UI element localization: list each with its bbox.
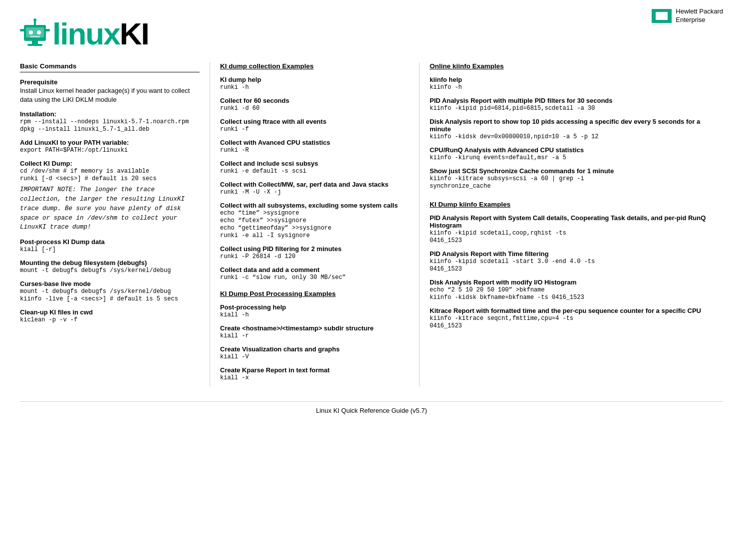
add-comment-code: runki -c “slow run, only 30 MB/sec” <box>220 274 409 281</box>
footer-text: Linux KI Quick Reference Guide (v5.7) <box>316 407 427 414</box>
mount-heading: Mounting the debug filesystem (debugfs) <box>20 259 200 267</box>
cleanup-cmd: kiclean -p -v -f <box>20 316 200 323</box>
disk-io-histogram-heading: Disk Analysis Report with modify I/O His… <box>430 279 723 286</box>
hpe-logo: Hewlett Packard Enterprise <box>652 7 723 24</box>
kiinfo-help-code: kiinfo -h <box>430 84 723 91</box>
curses-cmd2: kiinfo -live [-a <secs>] # default is 5 … <box>20 295 200 302</box>
page-container: Hewlett Packard Enterprise linuxKI <box>0 0 743 560</box>
mount-block: Mounting the debug filesystem (debugfs) … <box>20 259 200 274</box>
ftrace-code: runki -f <box>220 126 409 133</box>
basic-divider <box>20 72 200 72</box>
ki-dump-help-heading: KI dump help <box>220 76 409 83</box>
ki-dump-collection-heading: KI dump collection Examples <box>220 62 409 70</box>
disk-analysis-heading: Disk Analysis report to show top 10 pids… <box>430 118 723 133</box>
left-column: Basic Commands Prerequisite Install Linu… <box>20 62 210 386</box>
svg-rect-10 <box>45 29 50 31</box>
collect-block: Collect KI Dump: cd /dev/shm # if memory… <box>20 160 200 232</box>
path-heading: Add LinuxKI to your PATH variable: <box>20 139 200 146</box>
ki-dump-help-block: KI dump help runki -h <box>220 76 409 91</box>
post-help-block: Post-processing help kiall -h <box>220 303 409 318</box>
cleanup-heading: Clean-up KI files in cwd <box>20 308 200 316</box>
mw-sar-code: runki -M -U -X -j <box>220 189 409 196</box>
curses-block: Curses-base live mode mount -t debugfs d… <box>20 280 200 302</box>
kparse-code: kiall -x <box>220 374 409 381</box>
scsi-subsys-code: runki -e default -s scsi <box>220 168 409 175</box>
ki-dump-post-heading: KI Dump Post Processing Examples <box>220 290 409 297</box>
mw-sar-block: Collect with Collect/MW, sar, perf data … <box>220 181 409 196</box>
all-subsys-block: Collect with all subsystems, excluding s… <box>220 202 409 239</box>
basic-commands-heading: Basic Commands <box>20 62 200 70</box>
svg-rect-6 <box>27 44 42 46</box>
pid-multi-filter-heading: PID Analysis Report with multiple PID fi… <box>430 97 723 104</box>
installation-block: Installation: rpm --install --nodeps lin… <box>20 110 200 133</box>
kitrace-code1: kiinfo -kitrace seqcnt,fmttime,cpu=4 -ts <box>430 315 723 322</box>
content-area: Basic Commands Prerequisite Install Linu… <box>20 62 723 386</box>
disk-io-histogram-code2: kiinfo -kidsk bkfname=bkfname -ts 0416_1… <box>430 294 723 301</box>
pid-syscall-heading: PID Analysis Report with System Call det… <box>430 214 723 229</box>
middle-column: KI dump collection Examples KI dump help… <box>210 62 419 386</box>
svg-rect-4 <box>30 36 40 37</box>
kiinfo-help-block: kiinfo help kiinfo -h <box>430 76 723 91</box>
disk-io-histogram-block: Disk Analysis Report with modify I/O His… <box>430 279 723 301</box>
installation-heading: Installation: <box>20 110 200 118</box>
linuxki-logo-text: linuxKI <box>52 16 149 51</box>
subdir-heading: Create <hostname>/<timestamp> subdir str… <box>220 324 409 332</box>
pid-time-filter-heading: PID Analysis Report with Time filtering <box>430 250 723 258</box>
post-help-code: kiall -h <box>220 311 409 318</box>
scsi-subsys-heading: Collect and include scsi subsys <box>220 160 409 167</box>
footer: Linux KI Quick Reference Guide (v5.7) <box>20 401 723 414</box>
ki-dump-help-code: runki -h <box>220 84 409 91</box>
subdir-block: Create <hostname>/<timestamp> subdir str… <box>220 324 409 339</box>
linuxki-logo: linuxKI <box>20 15 723 52</box>
pid-filter-block: Collect using PID filtering for 2 minute… <box>220 245 409 260</box>
disk-analysis-code: kiinfo -kidsk dev=0x00800010,npid=10 -a … <box>430 133 723 140</box>
post-process-heading: Post-process KI Dump data <box>20 238 200 246</box>
pid-syscall-code1: kiinfo -kipid scdetail,coop,rqhist -ts <box>430 230 723 237</box>
path-block: Add LinuxKI to your PATH variable: expor… <box>20 139 200 154</box>
disk-analysis-block: Disk Analysis report to show top 10 pids… <box>430 118 723 140</box>
scsi-sync-block: Show just SCSI Synchronize Cache command… <box>430 167 723 190</box>
mw-sar-heading: Collect with Collect/MW, sar, perf data … <box>220 181 409 188</box>
visualization-block: Create Visualization charts and graphs k… <box>220 345 409 360</box>
scsi-subsys-block: Collect and include scsi subsys runki -e… <box>220 160 409 175</box>
kparse-block: Create Kparse Report in text format kial… <box>220 366 409 381</box>
visualization-code: kiall -V <box>220 353 409 360</box>
cpu-runq-code: kiinfo -kirunq events=default,msr -a 5 <box>430 154 723 161</box>
install-cmd1: rpm --install --nodeps linuxki-5.7-1.noa… <box>20 118 200 125</box>
advanced-cpu-heading: Collect with Avanced CPU statistics <box>220 139 409 146</box>
right-column: Online kiinfo Examples kiinfo help kiinf… <box>419 62 723 386</box>
prerequisite-heading: Prerequisite <box>20 78 200 86</box>
svg-point-8 <box>33 18 36 21</box>
pid-time-filter-block: PID Analysis Report with Time filtering … <box>430 250 723 273</box>
pid-syscall-block: PID Analysis Report with System Call det… <box>430 214 723 244</box>
pid-time-filter-code2: 0416_1523 <box>430 266 723 273</box>
prerequisite-block: Prerequisite Install Linux kernel header… <box>20 78 200 104</box>
add-comment-heading: Collect data and add a comment <box>220 266 409 274</box>
kitrace-heading: Kitrace Report with formatted time and t… <box>430 307 723 314</box>
scsi-sync-code1: kiinfo -kitrace subsys=scsi -a 60 | grep… <box>430 175 723 182</box>
kitrace-code2: 0416_1523 <box>430 322 723 329</box>
collect-cmd2: runki [-d <secs>] # default is 20 secs <box>20 175 200 182</box>
advanced-cpu-code: runki -R <box>220 147 409 154</box>
pid-multi-filter-block: PID Analysis Report with multiple PID fi… <box>430 97 723 112</box>
collect-cmd1: cd /dev/shm # if memory is available <box>20 168 200 175</box>
pid-filter-heading: Collect using PID filtering for 2 minute… <box>220 245 409 253</box>
scsi-sync-code2: synchronize_cache <box>430 183 723 190</box>
scsi-sync-heading: Show just SCSI Synchronize Cache command… <box>430 167 723 175</box>
subdir-code: kiall -r <box>220 332 409 339</box>
svg-rect-7 <box>34 21 36 26</box>
all-subsys-code2: echo “futex” >>sysignore <box>220 217 409 224</box>
prerequisite-text: Install Linux kernel header package(s) i… <box>20 86 200 104</box>
cpu-runq-block: CPU/RunQ Analysis with Advanced CPU stat… <box>430 146 723 161</box>
curses-cmd1: mount -t debugfs debugfs /sys/kernel/deb… <box>20 288 200 295</box>
add-comment-block: Collect data and add a comment runki -c … <box>220 266 409 281</box>
all-subsys-code1: echo “time” >sysignore <box>220 210 409 217</box>
mount-cmd: mount -t debugfs debugfs /sys/kernel/deb… <box>20 267 200 274</box>
pid-filter-code: runki -P 26814 -d 120 <box>220 253 409 260</box>
post-process-cmd: kiall [-r] <box>20 246 200 253</box>
kitrace-block: Kitrace Report with formatted time and t… <box>430 307 723 329</box>
post-process-block: Post-process KI Dump data kiall [-r] <box>20 238 200 253</box>
path-cmd: export PATH=$PATH:/opt/linuxki <box>20 147 200 154</box>
pid-multi-filter-code: kiinfo -kipid pid=6814,pid=6815,scdetail… <box>430 105 723 112</box>
svg-point-3 <box>37 30 41 34</box>
